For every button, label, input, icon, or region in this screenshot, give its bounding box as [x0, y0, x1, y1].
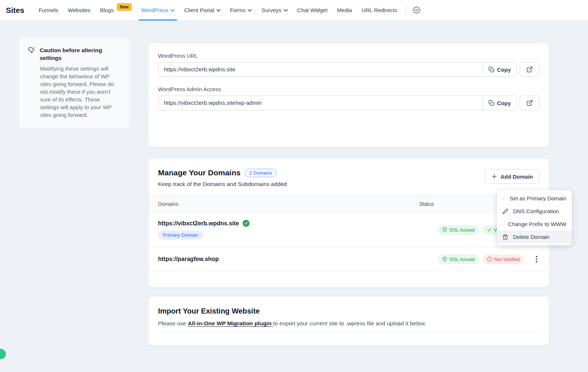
- menu-item-delete-domain[interactable]: Delete Domain: [497, 230, 572, 243]
- table-row: https://paragfew.shop SSL Issued Not Ver…: [148, 247, 549, 271]
- main-content: WordPress URL Copy WordPress Admin Acces…: [148, 37, 549, 346]
- tab-funnels[interactable]: Funnels: [34, 0, 63, 21]
- pencil-icon: [502, 208, 508, 214]
- nav-divider: [406, 6, 406, 15]
- menu-item-set-primary-domain[interactable]: Set as Primary Domain: [497, 192, 572, 205]
- copy-wordpress-url-button[interactable]: Copy: [483, 62, 517, 77]
- plus-icon: [491, 174, 497, 179]
- settings-gear-button[interactable]: [411, 5, 422, 15]
- main-nav: Funnels Websites Blogs New WordPress Cli…: [34, 0, 402, 21]
- manage-domains-card: Manage Your Domains 2 Domains Keep track…: [148, 159, 549, 287]
- menu-item-change-prefix-www[interactable]: Change Prefix to WWW: [497, 218, 572, 230]
- tab-chat-widget[interactable]: Chat Widget: [293, 0, 333, 21]
- page-title: Sites: [6, 6, 24, 15]
- verified-check-icon: [243, 220, 250, 227]
- check-icon: [487, 228, 492, 232]
- wp-migration-plugin-link[interactable]: All-in-One WP Migration plugin: [188, 320, 273, 327]
- domain-count-badge: 2 Domains: [245, 169, 276, 177]
- wordpress-admin-label: WordPress Admin Access: [158, 86, 539, 92]
- ssl-status-badge: SSL Issued: [438, 225, 479, 235]
- chevron-down-icon: [216, 9, 220, 12]
- tab-websites[interactable]: Websites: [63, 0, 95, 21]
- open-wordpress-admin-button[interactable]: [520, 96, 539, 110]
- tab-wordpress[interactable]: WordPress: [136, 0, 179, 21]
- primary-domain-badge: Primary Domain: [158, 230, 203, 240]
- copy-icon: [488, 100, 495, 106]
- domains-title: Manage Your Domains: [158, 168, 240, 177]
- wordpress-admin-input[interactable]: [158, 96, 483, 110]
- column-domains: Domains: [158, 201, 419, 207]
- tab-surveys[interactable]: Surveys: [257, 0, 292, 21]
- wordpress-url-input[interactable]: [158, 62, 483, 77]
- copy-icon: [488, 67, 495, 73]
- gear-icon: [413, 6, 420, 14]
- top-nav: Sites Funnels Websites Blogs New WordPre…: [0, 0, 588, 21]
- domain-context-menu: Set as Primary Domain DNS Configuration …: [497, 190, 572, 245]
- check-icon: [502, 196, 505, 201]
- open-wordpress-url-button[interactable]: [520, 62, 539, 77]
- caution-title: Caution before altering settings: [40, 46, 106, 62]
- section-divider: [158, 43, 539, 43]
- menu-item-dns-configuration[interactable]: DNS Configuration: [497, 205, 572, 218]
- chevron-down-icon: [171, 9, 175, 12]
- domain-url: https://vibxct2erb.wpdns.site: [158, 220, 239, 227]
- import-title: Import Your Existing Website: [158, 307, 539, 315]
- wordpress-url-label: WordPress URL: [158, 53, 539, 59]
- tab-client-portal[interactable]: Client Portal: [179, 0, 225, 21]
- external-link-icon: [526, 100, 533, 106]
- chat-widget-bubble[interactable]: [0, 349, 6, 359]
- caution-card: Caution before altering settings Modifyi…: [18, 37, 130, 129]
- tab-url-redirects[interactable]: URL Redirects: [357, 0, 402, 21]
- trash-icon: [502, 234, 508, 240]
- chevron-down-icon: [248, 9, 252, 12]
- alert-circle-icon: [487, 257, 492, 262]
- tab-blogs[interactable]: Blogs New: [95, 0, 136, 21]
- external-link-icon: [526, 66, 533, 73]
- chevron-down-icon: [284, 9, 288, 12]
- shield-check-icon: [442, 257, 447, 262]
- wordpress-url-card: WordPress URL Copy WordPress Admin Acces…: [148, 43, 549, 147]
- caution-body: Modifying these settings will change the…: [40, 65, 118, 119]
- lightbulb-icon: [28, 46, 36, 54]
- domains-subtitle: Keep track of the Domains and Subdomains…: [158, 181, 287, 187]
- import-subtitle: Please use All-in-One WP Migration plugi…: [158, 320, 539, 327]
- domains-table-header: Domains Status: [148, 195, 549, 212]
- domains-card-footer: [148, 271, 549, 285]
- new-badge: New: [117, 3, 132, 11]
- shield-check-icon: [442, 227, 447, 232]
- import-website-card: Import Your Existing Website Please use …: [148, 297, 549, 346]
- tab-forms[interactable]: Forms: [225, 0, 257, 21]
- add-domain-button[interactable]: Add Domain: [485, 169, 539, 184]
- copy-wordpress-admin-button[interactable]: Copy: [483, 96, 517, 110]
- section-divider: [158, 332, 539, 332]
- domain-actions-kebab-button[interactable]: [534, 254, 539, 265]
- arrow-right-icon: [502, 221, 503, 227]
- tab-media[interactable]: Media: [332, 0, 357, 21]
- domain-url: https://paragfew.shop: [158, 256, 219, 262]
- ssl-status-badge: SSL Issued: [438, 254, 479, 264]
- table-row: https://vibxct2erb.wpdns.site Primary Do…: [148, 212, 549, 247]
- not-verified-status-badge: Not Verified: [483, 254, 524, 264]
